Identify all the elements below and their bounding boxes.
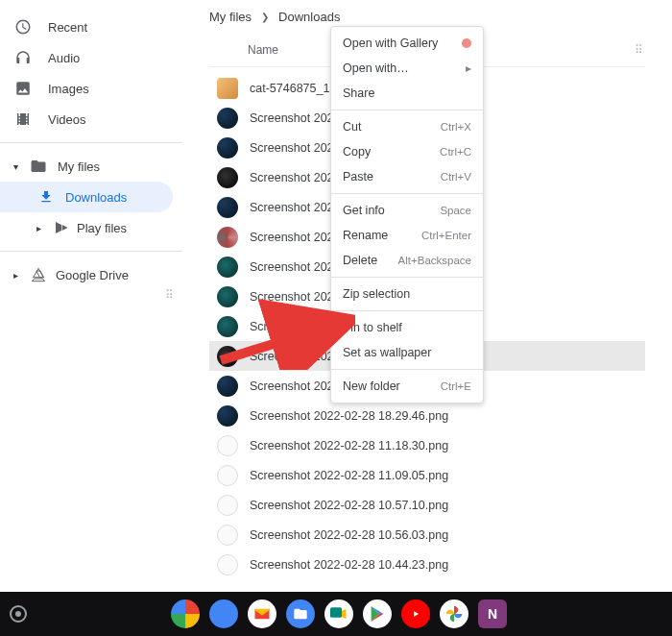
ctx-cut[interactable]: CutCtrl+X [331, 114, 483, 139]
ctx-open-with[interactable]: Open with…▸ [331, 56, 483, 81]
ctx-paste[interactable]: PasteCtrl+V [331, 164, 483, 189]
sidebar-downloads[interactable]: Downloads [0, 182, 173, 212]
column-header-label: Name [248, 43, 278, 57]
sidebar-label: Play files [77, 221, 127, 235]
files-icon[interactable] [286, 599, 315, 628]
launcher-button[interactable] [10, 605, 27, 623]
sidebar-play-files[interactable]: ▸ Play files [0, 212, 182, 243]
sidebar-videos[interactable]: Videos [0, 104, 182, 135]
file-thumbnail [217, 167, 238, 188]
file-thumbnail [217, 137, 238, 159]
sidebar-audio[interactable]: Audio [0, 42, 182, 73]
file-row[interactable]: Screenshot 2022-02-28 11.18.30.png [209, 430, 645, 460]
file-row[interactable]: Screenshot 2022-02-28 10.44.23.png [209, 550, 645, 579]
separator [331, 277, 483, 278]
sidebar-my-files[interactable]: ▾ My files [0, 151, 182, 182]
ctx-shortcut: Ctrl+C [440, 146, 471, 158]
ctx-delete[interactable]: DeleteAlt+Backspace [331, 248, 483, 273]
sidebar-images[interactable]: Images [0, 73, 182, 104]
separator [0, 142, 182, 143]
sidebar-label: Google Drive [56, 268, 129, 282]
sidebar-recent[interactable]: Recent [0, 12, 182, 42]
file-name: Screenshot 2022-02-28 10.57.10.png [250, 499, 448, 512]
file-name: Screenshot 2022-02-28 10.56.03.png [250, 528, 448, 542]
download-icon [36, 187, 56, 207]
file-thumbnail [217, 525, 238, 546]
ctx-label: Copy [343, 145, 371, 159]
file-thumbnail [217, 346, 238, 367]
file-thumbnail [217, 197, 238, 218]
chevron-right-icon: ❯ [261, 12, 269, 22]
docs-icon[interactable] [209, 599, 238, 628]
file-row[interactable]: Screenshot 2022-02-28 10.56.03.png [209, 520, 645, 550]
file-thumbnail [217, 78, 238, 99]
ctx-copy[interactable]: CopyCtrl+C [331, 139, 483, 164]
breadcrumb-current[interactable]: Downloads [278, 10, 340, 24]
gmail-icon[interactable] [248, 599, 276, 628]
youtube-icon[interactable] [401, 599, 430, 628]
ctx-share[interactable]: Share [331, 81, 483, 106]
ctx-new-folder[interactable]: New folderCtrl+E [331, 374, 483, 399]
file-name: Screenshot 2022-02-28 18.29.46.png [250, 409, 448, 423]
separator [331, 110, 483, 110]
file-name: Screenshot 2022-02-28 11.18.30.png [250, 439, 448, 453]
chevron-down-icon: ▾ [13, 161, 25, 172]
drag-handle-icon[interactable]: ⠿ [165, 288, 174, 302]
file-row[interactable]: Screenshot 2022-02-28 11.09.05.png [209, 460, 645, 490]
file-thumbnail [217, 405, 238, 427]
ctx-shortcut: Ctrl+V [441, 171, 471, 183]
breadcrumb: My files ❯ Downloads [209, 10, 645, 24]
ctx-get-info[interactable]: Get infoSpace [331, 198, 483, 223]
ctx-label: Paste [343, 170, 373, 183]
file-thumbnail [217, 108, 238, 129]
ctx-zip-selection[interactable]: Zip selection [331, 281, 483, 306]
ctx-shortcut: Space [440, 205, 471, 216]
file-row[interactable]: Screenshot 2022-02-28 18.29.46.png [209, 401, 645, 430]
play-store-icon[interactable] [363, 599, 392, 628]
file-name: Screenshot 2022-02-28 10.44.23.png [250, 558, 448, 572]
ctx-set-wallpaper[interactable]: Set as wallpaper [331, 340, 483, 365]
svg-rect-1 [330, 607, 342, 618]
headphones-icon [13, 48, 33, 67]
ctx-shortcut: Ctrl+Enter [421, 230, 471, 241]
file-name: Screenshot 2022 [250, 290, 341, 304]
ctx-label: Get info [343, 204, 385, 217]
submenu-arrow-icon: ▸ [466, 61, 471, 75]
ctx-label: Delete [343, 254, 377, 267]
breadcrumb-root[interactable]: My files [209, 10, 252, 24]
play-icon [52, 218, 71, 237]
photos-icon[interactable] [440, 599, 468, 628]
ctx-pin-to-shelf[interactable]: Pin to shelf [331, 315, 483, 340]
onenote-icon[interactable]: N [478, 599, 507, 628]
separator [331, 193, 483, 194]
file-row[interactable]: Screenshot 2022-02-28 10.57.10.png [209, 490, 645, 520]
shelf: N [0, 592, 672, 636]
ctx-shortcut: Ctrl+E [441, 380, 471, 392]
sidebar-label: Recent [48, 20, 87, 35]
drag-handle-icon[interactable]: ⠿ [635, 43, 645, 57]
meet-icon[interactable] [324, 599, 353, 628]
separator [0, 251, 182, 252]
ctx-shortcut: Ctrl+X [441, 121, 471, 133]
ctx-label: Zip selection [343, 287, 410, 301]
ctx-label: Rename [343, 229, 388, 242]
context-menu: Open with Gallery Open with…▸ Share CutC… [330, 26, 484, 404]
file-thumbnail [217, 286, 238, 307]
sidebar-google-drive[interactable]: ▸ Google Drive [0, 259, 182, 290]
ctx-label: Set as wallpaper [343, 346, 431, 359]
chevron-right-icon: ▸ [36, 223, 48, 233]
separator [331, 369, 483, 370]
chrome-icon[interactable] [171, 599, 200, 628]
file-thumbnail [217, 257, 238, 278]
file-name: Screenshot 2022-02-28 11.09.05.png [250, 469, 448, 482]
sidebar-label: My files [58, 159, 100, 174]
ctx-open-gallery[interactable]: Open with Gallery [331, 31, 483, 56]
ctx-label: New folder [343, 379, 400, 393]
file-thumbnail [217, 316, 238, 337]
folder-icon [29, 157, 48, 176]
gallery-badge-icon [462, 38, 471, 48]
ctx-rename[interactable]: RenameCtrl+Enter [331, 223, 483, 248]
chevron-right-icon: ▸ [13, 270, 25, 281]
sidebar: Recent Audio Images Videos ▾ My files Do… [0, 0, 182, 605]
ctx-shortcut: Alt+Backspace [398, 255, 471, 266]
